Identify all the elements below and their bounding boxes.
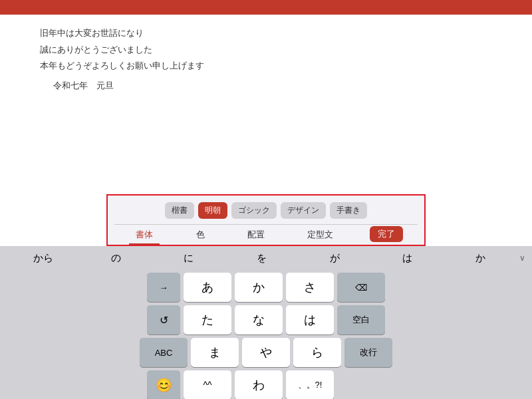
done-button[interactable]: 完了: [370, 226, 403, 242]
suggestions-row: から の に を が は か ∨: [0, 246, 532, 270]
key-ya[interactable]: や: [242, 338, 290, 367]
content-text: 旧年中は大変お世話になり 誠にありがとうございました 本年もどうぞよろしくお願い…: [40, 25, 519, 74]
kb-row-4: 😊 ^^ わ 、。?!: [3, 370, 529, 399]
key-a[interactable]: あ: [184, 273, 231, 302]
key-sa[interactable]: さ: [286, 273, 334, 302]
suggestion-ha[interactable]: は: [371, 252, 444, 265]
font-btn-kaisho[interactable]: 楷書: [165, 202, 194, 219]
key-ma[interactable]: ま: [191, 338, 239, 367]
key-abc[interactable]: ABC: [140, 338, 188, 367]
key-undo[interactable]: ↺: [147, 305, 180, 334]
suggestion-ga[interactable]: が: [298, 252, 371, 265]
suggestion-ka[interactable]: か: [444, 252, 517, 265]
key-arrow[interactable]: →: [147, 273, 180, 302]
key-hat[interactable]: ^^: [184, 370, 231, 399]
key-ta[interactable]: た: [184, 305, 231, 334]
content-line3: 本年もどうぞよろしくお願い申し上げます: [40, 58, 519, 74]
spacer: [0, 161, 532, 194]
content-line1: 旧年中は大変お世話になり: [40, 25, 519, 42]
tab-typeface[interactable]: 書体: [129, 226, 160, 245]
suggestion-ni[interactable]: に: [152, 252, 225, 265]
kb-row-3: ABC ま や ら 改行: [3, 338, 529, 367]
chevron-down-icon: ∨: [519, 253, 525, 263]
font-btn-handwriting[interactable]: 手書き: [330, 202, 367, 219]
key-ra[interactable]: ら: [293, 338, 341, 367]
suggestion-no[interactable]: の: [80, 252, 153, 265]
font-buttons-row: 楷書 明朝 ゴシック デザイン 手書き: [114, 202, 418, 219]
key-empty: [337, 370, 385, 399]
key-wa[interactable]: わ: [235, 370, 283, 399]
content-line2: 誠にありがとうございました: [40, 42, 519, 59]
key-delete[interactable]: ⌫: [337, 273, 385, 302]
key-newline[interactable]: 改行: [344, 338, 392, 367]
font-btn-mincho[interactable]: 明朝: [198, 202, 227, 219]
key-ka[interactable]: か: [235, 273, 283, 302]
kb-row-2: ↺ た な は 空白: [3, 305, 529, 334]
tab-row: 書体 色 配置 定型文 完了: [114, 224, 418, 245]
key-ha[interactable]: は: [286, 305, 334, 334]
top-bar: [0, 0, 532, 15]
content-date: 令和七年 元旦: [40, 80, 519, 92]
key-punctuation[interactable]: 、。?!: [286, 370, 334, 399]
font-btn-design[interactable]: デザイン: [281, 202, 326, 219]
key-space[interactable]: 空白: [337, 305, 385, 334]
suggestion-wo[interactable]: を: [225, 252, 299, 265]
suggestion-kara[interactable]: から: [7, 252, 80, 265]
kb-row-1: → あ か さ ⌫: [3, 273, 529, 302]
font-btn-gothic[interactable]: ゴシック: [231, 202, 277, 219]
key-na[interactable]: な: [235, 305, 283, 334]
keyboard: → あ か さ ⌫ ↺ た な は 空白 ABC ま や ら 改行 😊 ^^ わ…: [0, 270, 532, 399]
tab-layout[interactable]: 配置: [241, 226, 271, 245]
font-panel: 楷書 明朝 ゴシック デザイン 手書き 書体 色 配置 定型文 完了: [106, 194, 426, 246]
key-emoji[interactable]: 😊: [147, 370, 180, 399]
tab-color[interactable]: 色: [190, 226, 211, 245]
content-area: 旧年中は大変お世話になり 誠にありがとうございました 本年もどうぞよろしくお願い…: [0, 15, 532, 161]
tab-template[interactable]: 定型文: [301, 226, 340, 245]
